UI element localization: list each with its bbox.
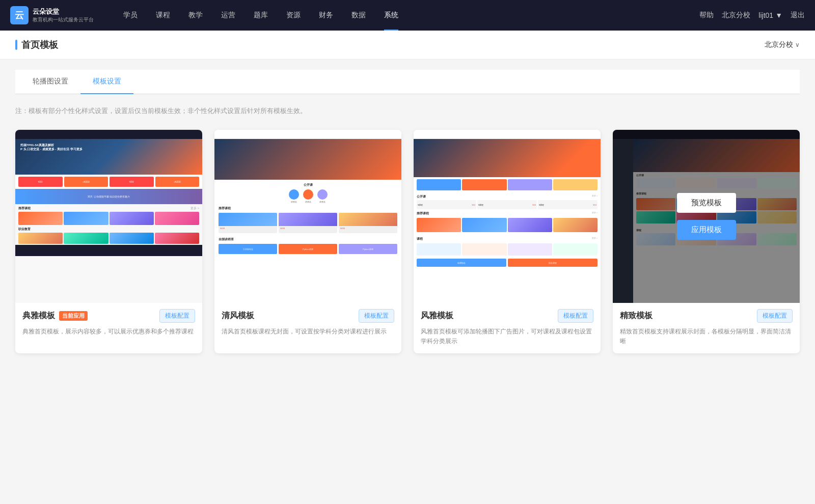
template-desc-1: 典雅首页模板，展示内容较多，可以展示优惠券和多个推荐课程 xyxy=(22,327,195,337)
nav-item-system[interactable]: 系统 xyxy=(375,0,408,31)
template-desc-3: 风雅首页模板可添加轮播图下广告图片，可对课程及课程包设置学科分类展示 xyxy=(421,327,593,346)
nav-menu: 学员 课程 教学 运营 题库 资源 财务 数据 系统 xyxy=(114,0,699,31)
preview-btn-3[interactable]: 预览模板 xyxy=(478,193,537,213)
template-info-4: 精致模板 模板配置 精致首页模板支持课程展示封面，各模板分隔明显，界面简洁清晰 xyxy=(613,303,800,353)
template-name-row-1: 典雅模板 当前应用 模板配置 xyxy=(22,309,195,323)
apply-btn-1[interactable]: 应用模板 xyxy=(79,220,139,240)
page-header: 首页模板 北京分校 ∨ xyxy=(0,31,815,60)
template-name-2: 清风模板 xyxy=(222,311,254,321)
note-text: 注：模板有部分个性化样式设置，设置后仅当前模板生效；非个性化样式设置后针对所有模… xyxy=(15,102,800,120)
page-title: 首页模板 xyxy=(15,39,58,51)
template-card-1: 托福TP01-S4真题及解析P 头 口语交流 - 成就更多 - 美好生活 学习更… xyxy=(15,130,202,353)
template-name-row-4: 精致模板 模板配置 xyxy=(620,309,793,323)
nav-item-finance[interactable]: 财务 xyxy=(310,0,342,31)
nav-item-student[interactable]: 学员 xyxy=(114,0,147,31)
template-name-4: 精致模板 xyxy=(620,311,653,321)
logo-text: 云朵设堂 教育机构一站式服务云平台 xyxy=(33,8,94,23)
template-desc-2: 清风首页模板课程无封面，可设置按学科分类对课程进行展示 xyxy=(222,327,394,337)
branch-selector[interactable]: 北京分校 ∨ xyxy=(765,40,800,49)
nav-help[interactable]: 帮助 xyxy=(699,11,714,20)
current-badge-1: 当前应用 xyxy=(59,311,88,321)
tabs: 轮播图设置 模板设置 xyxy=(15,70,800,94)
nav-item-teaching[interactable]: 教学 xyxy=(179,0,212,31)
template-preview-2: 公开课 讲师名 讲师名 xyxy=(214,130,401,303)
config-btn-1[interactable]: 模板配置 xyxy=(159,309,195,323)
preview-btn-2[interactable]: 预览模板 xyxy=(279,193,338,213)
template-preview-1: 托福TP01-S4真题及解析P 头 口语交流 - 成就更多 - 美好生活 学习更… xyxy=(15,130,202,303)
nav-item-data[interactable]: 数据 xyxy=(342,0,375,31)
template-preview-4: 公开课 推荐课程 xyxy=(613,130,800,303)
template-preview-3: 公开课更多 > ¥课程¥10 ¥课程¥10 ¥课程¥10 推荐课程更多 > xyxy=(414,130,601,303)
template-desc-4: 精致首页模板支持课程展示封面，各模板分隔明显，界面简洁清晰 xyxy=(620,327,793,346)
config-btn-4[interactable]: 模板配置 xyxy=(757,309,793,323)
template-overlay-4: 预览模板 应用模板 xyxy=(613,130,800,303)
config-btn-3[interactable]: 模板配置 xyxy=(558,309,593,323)
nav-logout[interactable]: 退出 xyxy=(791,11,805,20)
nav-item-operation[interactable]: 运营 xyxy=(212,0,244,31)
template-name-1: 典雅模板 当前应用 xyxy=(22,311,88,321)
tab-carousel[interactable]: 轮播图设置 xyxy=(20,70,80,94)
tab-template[interactable]: 模板设置 xyxy=(80,70,133,94)
config-btn-2[interactable]: 模板配置 xyxy=(359,309,394,323)
nav-user[interactable]: lijt01 ▼ xyxy=(758,11,782,19)
nav-logo[interactable]: 云 云朵设堂 教育机构一站式服务云平台 xyxy=(10,6,94,24)
nav-item-question[interactable]: 题库 xyxy=(244,0,277,31)
nav-item-course[interactable]: 课程 xyxy=(147,0,179,31)
apply-btn-2[interactable]: 应用模板 xyxy=(279,220,338,240)
preview-btn-4[interactable]: 预览模板 xyxy=(677,193,736,213)
template-info-1: 典雅模板 当前应用 模板配置 典雅首页模板，展示内容较多，可以展示优惠券和多个推… xyxy=(15,303,202,344)
navbar: 云 云朵设堂 教育机构一站式服务云平台 学员 课程 教学 运营 题库 资源 财务… xyxy=(0,0,815,31)
nav-right: 帮助 北京分校 lijt01 ▼ 退出 xyxy=(699,11,805,20)
chevron-down-icon: ∨ xyxy=(795,41,800,48)
template-name-row-3: 风雅模板 模板配置 xyxy=(421,309,593,323)
template-name-3: 风雅模板 xyxy=(421,311,453,321)
preview-btn-1[interactable]: 预览模板 xyxy=(79,193,139,213)
nav-item-resource[interactable]: 资源 xyxy=(277,0,310,31)
template-card-3: 公开课更多 > ¥课程¥10 ¥课程¥10 ¥课程¥10 推荐课程更多 > xyxy=(414,130,601,353)
template-info-3: 风雅模板 模板配置 风雅首页模板可添加轮播图下广告图片，可对课程及课程包设置学科… xyxy=(414,303,601,353)
logo-icon: 云 xyxy=(10,6,29,24)
template-info-2: 清风模板 模板配置 清风首页模板课程无封面，可设置按学科分类对课程进行展示 xyxy=(214,303,401,344)
template-grid: 托福TP01-S4真题及解析P 头 口语交流 - 成就更多 - 美好生活 学习更… xyxy=(15,130,800,353)
template-card-2: 公开课 讲师名 讲师名 xyxy=(214,130,401,353)
template-card-4: 公开课 推荐课程 xyxy=(613,130,800,353)
template-name-row-2: 清风模板 模板配置 xyxy=(222,309,394,323)
apply-btn-3[interactable]: 应用模板 xyxy=(478,220,537,240)
nav-branch[interactable]: 北京分校 xyxy=(722,11,750,20)
apply-btn-4[interactable]: 应用模板 xyxy=(677,220,736,240)
